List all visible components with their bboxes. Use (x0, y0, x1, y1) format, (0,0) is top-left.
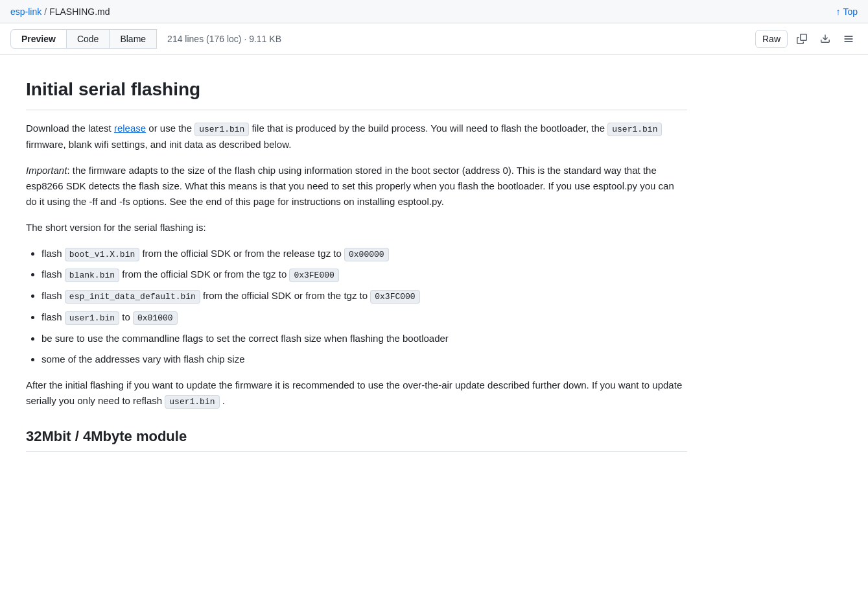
breadcrumb: esp-link / FLASHING.md (10, 6, 110, 17)
tab-blame[interactable]: Blame (109, 29, 157, 49)
item-3-code2: 0x3FC000 (370, 290, 419, 304)
user1-bin-code-1: user1.bin (194, 123, 249, 136)
breadcrumb-separator: / (44, 6, 47, 17)
item-3-before: flash (41, 290, 65, 301)
breadcrumb-file: FLASHING.md (49, 6, 110, 17)
after-bullets-end: . (220, 395, 225, 406)
important-label: Important (26, 165, 67, 176)
raw-button[interactable]: Raw (755, 30, 788, 48)
svg-rect-1 (845, 38, 852, 40)
svg-rect-2 (845, 41, 852, 42)
item-2-before: flash (41, 269, 65, 280)
toolbar-right: Raw (755, 30, 858, 48)
item-2-middle: from the official SDK or from the tgz to (119, 269, 289, 280)
item-4-before: flash (41, 311, 65, 322)
list-item: be sure to use the commandline flags to … (41, 331, 687, 346)
item-4-code2: 0x01000 (133, 311, 178, 325)
item-2-code1: blank.bin (65, 269, 119, 282)
item-4-code1: user1.bin (65, 311, 119, 325)
user1-bin-code-2: user1.bin (607, 123, 662, 136)
page-title: Initial serial flashing (26, 75, 687, 110)
after-bullets-text: After the initial flashing if you want t… (26, 379, 682, 406)
list-item: flash boot_v1.X.bin from the official SD… (41, 246, 687, 262)
top-label: Top (843, 6, 858, 17)
main-content: Initial serial flashing Download the lat… (0, 54, 713, 481)
file-meta: 214 lines (176 loc) · 9.11 KB (167, 34, 281, 44)
item-1-code2: 0x00000 (344, 248, 389, 261)
important-paragraph: Important: the firmware adapts to the si… (26, 163, 687, 210)
flash-steps-list: flash boot_v1.X.bin from the official SD… (41, 246, 687, 367)
list-item: some of the addresses vary with flash ch… (41, 352, 687, 367)
important-text: : the firmware adapts to the size of the… (26, 165, 674, 207)
item-2-code2: 0x3FE000 (289, 269, 338, 282)
item-3-code1: esp_init_data_default.bin (65, 290, 200, 304)
list-item: flash user1.bin to 0x01000 (41, 309, 687, 326)
tab-preview[interactable]: Preview (10, 29, 67, 49)
lines-button[interactable] (839, 31, 858, 47)
list-item: flash esp_init_data_default.bin from the… (41, 288, 687, 304)
item-1-before: flash (41, 248, 65, 259)
after-bullets-paragraph: After the initial flashing if you want t… (26, 378, 687, 409)
item-5-text: be sure to use the commandline flags to … (41, 333, 449, 344)
release-link[interactable]: release (114, 123, 146, 134)
intro-text-rest: file that is produced by the build proce… (249, 123, 607, 134)
top-link[interactable]: ↑ Top (836, 6, 858, 17)
intro-text-end: firmware, blank wifi settings, and init … (26, 139, 291, 150)
up-arrow-icon: ↑ (836, 6, 840, 17)
header-bar: esp-link / FLASHING.md ↑ Top (0, 0, 868, 23)
short-version-intro: The short version for the serial flashin… (26, 220, 687, 235)
item-1-middle: from the official SDK or from the releas… (139, 248, 344, 259)
list-item: flash blank.bin from the official SDK or… (41, 267, 687, 283)
intro-text-after-link: or use the (146, 123, 194, 134)
breadcrumb-repo-link[interactable]: esp-link (10, 6, 41, 17)
toolbar-left: Preview Code Blame 214 lines (176 loc) ·… (10, 29, 281, 49)
section-subtitle: 32Mbit / 4Mbyte module (26, 425, 687, 452)
file-toolbar: Preview Code Blame 214 lines (176 loc) ·… (0, 23, 868, 54)
item-4-middle: to (119, 311, 133, 322)
intro-text-before-link: Download the latest (26, 123, 114, 134)
item-1-code1: boot_v1.X.bin (65, 248, 139, 261)
tab-code[interactable]: Code (67, 29, 109, 49)
download-button[interactable] (816, 31, 834, 47)
after-bullets-code: user1.bin (165, 395, 219, 409)
item-3-middle: from the official SDK or from the tgz to (200, 290, 370, 301)
intro-paragraph: Download the latest release or use the u… (26, 121, 687, 152)
copy-button[interactable] (793, 31, 811, 47)
svg-rect-0 (845, 36, 852, 37)
item-6-text: some of the addresses vary with flash ch… (41, 354, 244, 365)
